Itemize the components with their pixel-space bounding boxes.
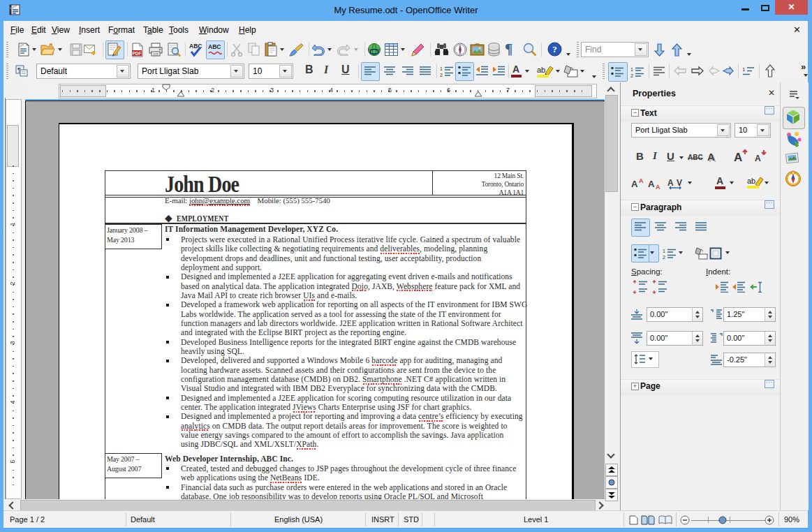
svg-text:A: A <box>755 154 761 163</box>
svg-text:2: 2 <box>630 73 633 78</box>
svg-text:1: 1 <box>630 67 633 72</box>
svg-text:N: N <box>792 172 794 175</box>
svg-text:PDF: PDF <box>133 51 142 56</box>
svg-text:ab: ab <box>747 177 755 185</box>
svg-text:ab: ab <box>537 66 545 74</box>
svg-text:2: 2 <box>663 255 665 260</box>
svg-text:A: A <box>734 151 742 164</box>
svg-text:1: 1 <box>742 66 746 73</box>
svg-text:1: 1 <box>440 66 443 71</box>
svg-text:A: A <box>648 179 655 189</box>
svg-text:?: ? <box>552 44 557 54</box>
svg-text:2: 2 <box>440 73 443 77</box>
svg-text:A: A <box>656 184 660 190</box>
svg-text:V: V <box>677 178 682 188</box>
svg-text:ABC: ABC <box>208 43 221 50</box>
svg-text:1: 1 <box>663 249 665 253</box>
svg-text:A: A <box>639 177 644 184</box>
svg-text:A: A <box>631 179 638 189</box>
